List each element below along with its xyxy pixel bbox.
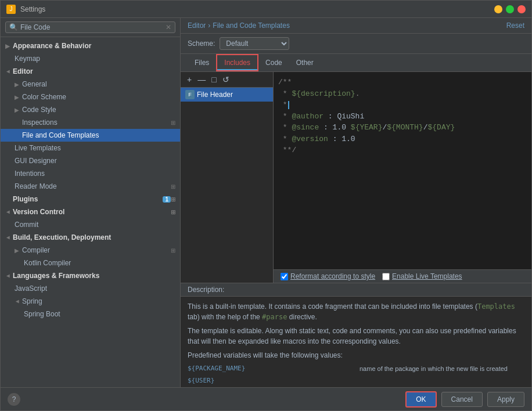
pin-icon: ⊞	[171, 120, 175, 126]
pin-icon: ⊞	[171, 209, 175, 215]
sidebar-item-plugins[interactable]: ▶ Plugins 1 ⊞	[1, 193, 180, 206]
pin-icon: ⊞	[171, 247, 175, 254]
file-list-panel: + — □ ↺ F File Header	[181, 72, 274, 283]
tab-other[interactable]: Other	[289, 54, 321, 71]
reset-template-button[interactable]: ↺	[221, 74, 231, 85]
file-list-toolbar: + — □ ↺	[181, 72, 273, 88]
window-controls	[494, 5, 526, 13]
sidebar-item-color-scheme[interactable]: ▶ Color Scheme	[1, 91, 180, 103]
sidebar-item-spring[interactable]: ▼ Spring	[1, 295, 180, 308]
bottom-bar: ? OK Cancel Apply	[1, 387, 531, 410]
sidebar-item-reader-mode[interactable]: Reader Mode ⊞	[1, 180, 180, 193]
sidebar-item-file-code-templates[interactable]: ▶ File and Code Templates	[1, 129, 180, 142]
code-line: * @since : 1.0 ${YEAR}/${MONTH}/${DAY}	[278, 122, 527, 134]
sidebar-item-commit[interactable]: Commit	[1, 218, 180, 231]
panel-header: Editor › File and Code Templates Reset	[181, 18, 531, 34]
reformat-checkbox[interactable]	[281, 273, 288, 280]
sidebar-item-languages[interactable]: ▼ Languages & Frameworks	[1, 269, 180, 282]
remove-template-button[interactable]: —	[196, 74, 207, 85]
sidebar-item-build[interactable]: ▼ Build, Execution, Deployment	[1, 231, 180, 244]
description-header: Description:	[181, 283, 531, 297]
var-package-name: ${PACKAGE_NAME}	[188, 364, 353, 374]
sidebar-tree: ▶ Appearance & Behavior Keymap ▼ Editor …	[1, 37, 180, 387]
ok-button[interactable]: OK	[405, 391, 436, 408]
arrow-icon: ▼	[5, 68, 12, 74]
tab-files[interactable]: Files	[188, 54, 216, 71]
editor-area: + — □ ↺ F File Header /**	[181, 72, 531, 283]
sidebar-item-version-control[interactable]: ▼ Version Control ⊞	[1, 206, 180, 218]
badge: 1	[163, 196, 171, 203]
settings-window: J Settings 🔍 ✕ ▶ Appearance & Behavior	[0, 0, 532, 411]
reformat-label[interactable]: Reformat according to style	[290, 272, 375, 280]
code-line: * ${description}.	[278, 88, 527, 100]
maximize-button[interactable]	[506, 5, 514, 13]
sidebar-item-keymap[interactable]: Keymap	[1, 52, 180, 65]
reset-link[interactable]: Reset	[506, 21, 524, 30]
breadcrumb-separator: ›	[208, 21, 210, 30]
file-item-header[interactable]: F File Header	[181, 88, 273, 102]
arrow-icon: ▼	[15, 298, 21, 304]
main-content: 🔍 ✕ ▶ Appearance & Behavior Keymap	[1, 18, 531, 387]
search-input[interactable]	[20, 23, 163, 31]
sidebar-item-kotlin-compiler[interactable]: Kotlin Compiler	[1, 257, 180, 269]
code-line: * @version : 1.0	[278, 134, 527, 145]
var-user: ${USER}	[188, 376, 353, 386]
right-panel: Editor › File and Code Templates Reset S…	[181, 18, 531, 387]
code-line: *	[278, 99, 527, 111]
search-wrapper: 🔍 ✕	[5, 21, 175, 33]
sidebar-item-code-style[interactable]: ▶ Code Style	[1, 103, 180, 116]
sidebar-item-live-templates[interactable]: Live Templates	[1, 142, 180, 154]
file-item-label: File Header	[197, 91, 233, 99]
reformat-option: Reformat according to style	[281, 272, 375, 280]
arrow-icon: ▼	[5, 209, 12, 215]
arrow-icon: ▼	[5, 235, 12, 240]
sidebar-item-appearance[interactable]: ▶ Appearance & Behavior	[1, 39, 180, 52]
search-icon: 🔍	[9, 23, 18, 31]
search-clear-icon[interactable]: ✕	[166, 23, 171, 31]
sidebar-item-general[interactable]: ▶ General	[1, 78, 180, 91]
tab-code[interactable]: Code	[258, 54, 289, 71]
description-panel: Description: This is a built-in template…	[181, 283, 531, 387]
sidebar-item-javascript[interactable]: JavaScript	[1, 282, 180, 295]
breadcrumb-page: File and Code Templates	[213, 21, 290, 30]
code-panel: /** * ${description}. * * @author : QiuS…	[274, 72, 531, 283]
copy-template-button[interactable]: □	[210, 74, 218, 85]
code-editor[interactable]: /** * ${description}. * * @author : QiuS…	[274, 72, 531, 269]
file-icon: F	[185, 90, 195, 99]
live-templates-label[interactable]: Enable Live Templates	[392, 272, 462, 280]
description-para-3: Predefined variables will take the follo…	[188, 350, 524, 360]
add-template-button[interactable]: +	[185, 74, 193, 85]
apply-button[interactable]: Apply	[487, 392, 524, 407]
arrow-icon: ▶	[15, 107, 20, 113]
sidebar-item-editor[interactable]: ▼ Editor	[1, 65, 180, 78]
code-line: * @author : QiuShi	[278, 111, 527, 122]
sidebar: 🔍 ✕ ▶ Appearance & Behavior Keymap	[1, 18, 181, 387]
help-button[interactable]: ?	[8, 393, 20, 406]
arrow-icon: ▶	[15, 247, 20, 254]
cancel-button[interactable]: Cancel	[441, 392, 483, 407]
scheme-select[interactable]: Default	[220, 37, 289, 50]
scheme-label: Scheme:	[188, 39, 215, 48]
sidebar-item-spring-boot[interactable]: Spring Boot	[1, 308, 180, 320]
file-list: F File Header	[181, 88, 273, 283]
tab-includes[interactable]: Includes	[216, 54, 258, 71]
app-icon: J	[6, 5, 16, 14]
description-para-2: The template is editable. Along with sta…	[188, 326, 524, 347]
options-bar: Reformat according to style Enable Live …	[274, 269, 531, 283]
search-bar: 🔍 ✕	[1, 18, 180, 37]
minimize-button[interactable]	[494, 5, 502, 13]
close-button[interactable]	[517, 5, 526, 13]
sidebar-item-compiler[interactable]: ▶ Compiler ⊞	[1, 244, 180, 257]
pin-icon: ⊞	[171, 183, 175, 190]
arrow-icon: ▶	[5, 43, 11, 49]
sidebar-item-inspections[interactable]: ▶ Inspections ⊞	[1, 116, 180, 129]
sidebar-item-gui-designer[interactable]: GUI Designer	[1, 154, 180, 167]
title-bar: J Settings	[1, 1, 531, 18]
live-templates-checkbox[interactable]	[382, 273, 390, 280]
code-line: /**	[278, 77, 527, 88]
scheme-bar: Scheme: Default	[181, 34, 531, 54]
description-para-1: This is a built-in template. It contains…	[188, 301, 524, 322]
code-line: **/	[278, 145, 527, 156]
sidebar-item-intentions[interactable]: Intentions	[1, 167, 180, 180]
arrow-icon: ▶	[15, 81, 20, 88]
